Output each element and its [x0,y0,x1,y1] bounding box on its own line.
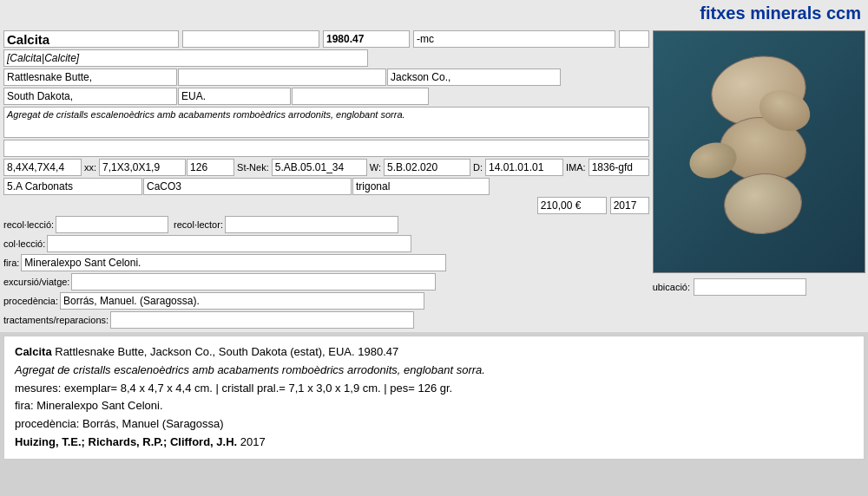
bottom-line5: procedència: Borrás, Manuel (Saragossa) [15,415,853,434]
region1-input[interactable] [387,69,561,86]
stnek-label: St-Nek: [235,162,271,173]
recolleccio-input[interactable] [56,216,168,233]
country-input[interactable] [178,88,291,105]
d-value-input[interactable] [485,159,563,176]
price-row [3,197,649,214]
fira-row: fira: [3,254,649,271]
empty-input[interactable] [3,140,649,157]
ubicacio-input[interactable] [694,278,806,296]
tractaments-input[interactable] [110,311,414,329]
bottom-section: Calcita Rattlesnake Butte, Jackson Co., … [3,336,865,460]
locality1-input[interactable] [3,69,177,86]
catalog-suffix-input[interactable] [413,30,615,48]
empty-row [3,140,649,157]
procedencia-label: procedència: [3,296,58,306]
ubicacio-label: ubicació: [653,282,690,292]
description-textarea[interactable] [3,107,649,138]
excursio-label: excursió/viatge: [3,277,69,287]
mineral-name-input[interactable] [3,30,179,48]
catalog-number-input[interactable] [323,30,410,48]
bottom-line1-rest: Rattlesnake Butte, Jackson Co., South Da… [52,345,399,358]
mineral-image [653,30,865,273]
w-label: W: [368,162,383,173]
year-input[interactable] [610,197,649,214]
subtitle-input[interactable] [3,49,368,67]
bottom-line4: fira: Mineralexpo Sant Celoni. [15,397,853,415]
ima-value-input[interactable] [589,159,649,176]
bottom-line3: mesures: exemplar= 8,4 x 4,7 x 4,4 cm. |… [15,380,853,398]
state-input[interactable] [3,88,177,105]
ima-label: IMA: [564,162,588,173]
d-label: D: [471,162,484,173]
price-input[interactable] [537,197,607,214]
fira-input[interactable] [21,254,446,271]
stnek-value-input[interactable] [272,159,367,176]
system-input[interactable] [352,178,490,195]
fira-label: fira: [3,258,19,268]
stone-bottom [721,170,805,238]
bottom-procedencia-label: procedència: [15,417,79,430]
procedencia-row: procedència: [3,292,649,310]
description-row [3,107,649,138]
bottom-line1: Calcita Rattlesnake Butte, Jackson Co., … [15,343,853,362]
classification-row [3,178,649,195]
procedencia-input[interactable] [60,292,424,310]
app-title: fitxes minerals ccm [0,0,868,27]
weight-input[interactable] [187,159,234,176]
image-section: ubicació: [653,30,865,329]
subtitle-row [3,49,649,67]
bottom-line6: Huizing, T.E.; Richards, R.P.; Clifford,… [15,434,853,452]
bottom-year: 2017 [237,435,266,448]
extra-input[interactable] [292,88,429,105]
bottom-line2: Agregat de cristalls escalenoèdrics amb … [15,362,853,380]
size-input[interactable] [3,159,82,176]
tractaments-label: tractaments/reparacions: [3,315,108,325]
excursio-row: excursió/viatge: [3,273,649,290]
empty-field-1[interactable] [182,30,319,48]
recolleccio-label: recol·lecció: [3,219,54,230]
catalog-box-input[interactable] [619,30,649,48]
w-value-input[interactable] [384,159,470,176]
bottom-authors: Huizing, T.E.; Richards, R.P.; Clifford,… [15,435,237,448]
main-container: xx: St-Nek: W: D: IMA: recol·lecció: [0,27,868,332]
bottom-mineral-name: Calcita [15,345,52,358]
colleccio-row: col·lecció: [3,235,649,252]
excursio-input[interactable] [71,273,436,290]
measurements-row: xx: St-Nek: W: D: IMA: [3,159,649,176]
locality-row [3,69,649,86]
form-section: xx: St-Nek: W: D: IMA: recol·lecció: [3,30,649,329]
state-row [3,88,649,105]
colleccio-input[interactable] [47,235,411,252]
tractaments-row: tractaments/reparacions: [3,311,649,329]
formula-input[interactable] [143,178,352,195]
locality2-input[interactable] [178,69,386,86]
xx-value-input[interactable] [99,159,186,176]
recolleccio-row: recol·lecció: recol·lector: [3,216,649,233]
colleccio-label: col·lecció: [3,238,45,249]
mineral-image-inner [663,39,854,264]
xx-label: xx: [82,162,98,173]
group-input[interactable] [3,178,142,195]
title-row [3,30,649,48]
bottom-procedencia-value: Borrás, Manuel (Saragossa) [79,417,223,430]
ubicacio-row: ubicació: [653,278,865,296]
recollector-label: recol·lector: [174,219,223,230]
recollector-input[interactable] [225,216,398,233]
